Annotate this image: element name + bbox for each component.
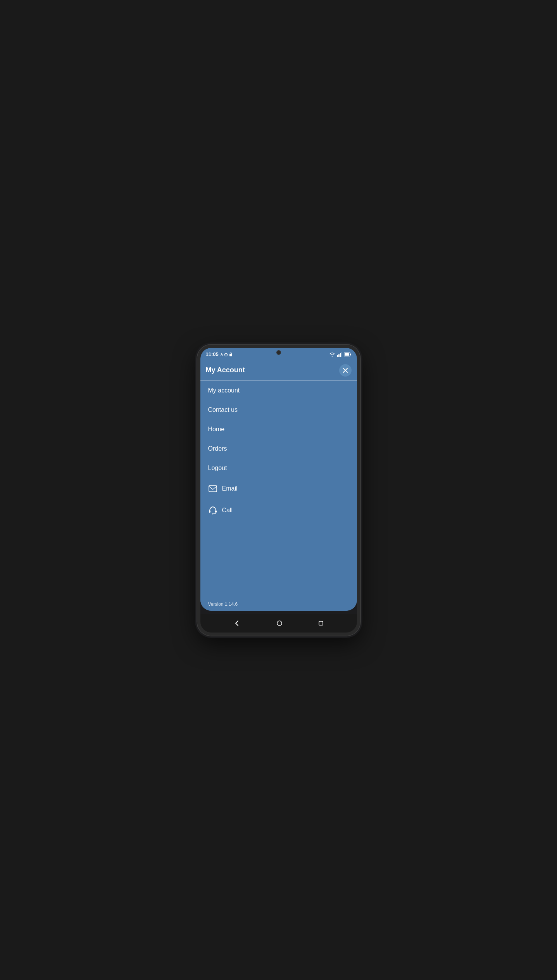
svg-rect-2 bbox=[337, 355, 338, 357]
menu-item-email[interactable]: Email bbox=[200, 478, 357, 500]
menu-item-home[interactable]: Home bbox=[200, 420, 357, 439]
svg-rect-10 bbox=[215, 510, 217, 513]
menu-item-call[interactable]: Call bbox=[200, 500, 357, 521]
signal-icon bbox=[337, 352, 342, 357]
svg-point-11 bbox=[212, 513, 213, 514]
svg-rect-9 bbox=[209, 510, 210, 513]
lock-icon bbox=[229, 352, 233, 356]
accessibility-icon: A bbox=[221, 353, 223, 356]
status-left: 11:05 A bbox=[206, 351, 233, 357]
menu-content: My account Contact us Home Orders Logout bbox=[200, 381, 357, 611]
menu-item-my-account[interactable]: My account bbox=[200, 381, 357, 400]
call-label: Call bbox=[222, 507, 233, 514]
menu-item-contact-us[interactable]: Contact us bbox=[200, 400, 357, 420]
svg-rect-4 bbox=[340, 353, 341, 357]
device: 11:05 A bbox=[197, 345, 360, 636]
email-label: Email bbox=[222, 485, 238, 492]
app-bar-title: My Account bbox=[206, 366, 245, 374]
status-icons: A bbox=[221, 352, 233, 356]
version-text: Version 1.14.6 bbox=[200, 598, 357, 611]
svg-point-12 bbox=[277, 621, 282, 626]
alarm-icon bbox=[224, 353, 228, 356]
home-button[interactable] bbox=[274, 617, 285, 629]
wifi-icon bbox=[329, 352, 335, 357]
home-label: Home bbox=[208, 426, 225, 433]
status-time: 11:05 bbox=[206, 351, 219, 357]
contact-us-label: Contact us bbox=[208, 406, 238, 413]
back-button[interactable] bbox=[231, 617, 243, 629]
svg-rect-5 bbox=[341, 352, 342, 357]
svg-rect-7 bbox=[345, 353, 349, 356]
status-right bbox=[329, 352, 352, 357]
nav-bar bbox=[200, 614, 357, 633]
recents-button[interactable] bbox=[316, 618, 326, 629]
my-account-label: My account bbox=[208, 387, 240, 394]
email-icon bbox=[208, 484, 217, 493]
app-bar: My Account bbox=[200, 360, 357, 381]
battery-icon bbox=[344, 352, 352, 357]
svg-rect-1 bbox=[229, 354, 232, 356]
camera bbox=[276, 350, 281, 355]
close-button[interactable] bbox=[339, 364, 352, 377]
orders-label: Orders bbox=[208, 445, 227, 452]
screen: 11:05 A bbox=[200, 348, 357, 611]
menu-item-logout[interactable]: Logout bbox=[200, 458, 357, 478]
svg-rect-13 bbox=[319, 621, 323, 625]
call-icon bbox=[208, 506, 217, 515]
svg-rect-3 bbox=[338, 354, 340, 357]
logout-label: Logout bbox=[208, 465, 227, 472]
menu-item-orders[interactable]: Orders bbox=[200, 439, 357, 458]
svg-rect-8 bbox=[209, 486, 217, 492]
